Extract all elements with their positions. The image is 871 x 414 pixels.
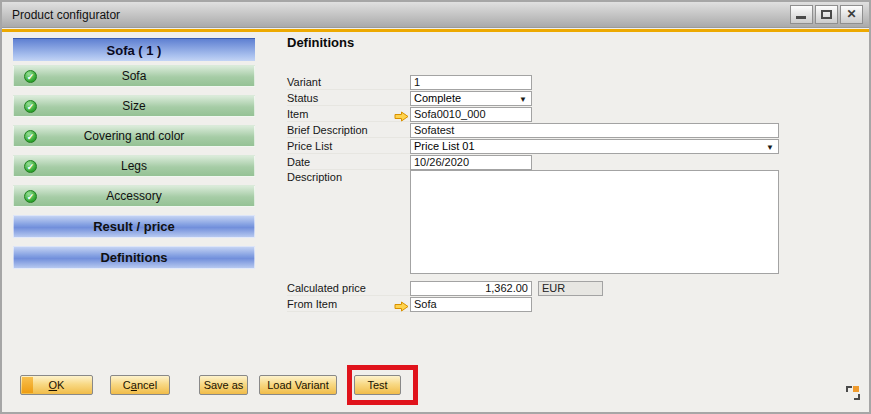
sidebar-item-label: Legs — [121, 159, 147, 173]
variant-field[interactable] — [410, 75, 532, 90]
form-row-calculated-price: Calculated price EUR — [287, 280, 603, 296]
sidebar-header-label: Sofa ( 1 ) — [107, 43, 162, 58]
price-list-select[interactable]: Price List 01 ▼ — [410, 139, 779, 154]
sidebar-item-size[interactable]: ✓ Size — [13, 95, 255, 117]
check-icon: ✓ — [24, 100, 37, 113]
form-row-status: Status Complete ▼ — [287, 90, 532, 106]
title-bar: Product configurator ✕ — [2, 2, 869, 28]
form-row-description: Description — [287, 170, 779, 186]
brief-description-label: Brief Description — [287, 123, 410, 138]
form-row-from-item: From Item — [287, 296, 532, 312]
calculated-price-field[interactable] — [410, 281, 532, 296]
form-row-date: Date — [287, 154, 532, 170]
form-row-brief-description: Brief Description — [287, 122, 779, 138]
save-as-button-label: Save as — [204, 379, 244, 391]
sidebar-item-legs[interactable]: ✓ Legs — [13, 155, 255, 177]
form-row-variant: Variant — [287, 74, 532, 90]
description-field[interactable] — [410, 170, 779, 274]
item-field[interactable] — [410, 107, 532, 122]
sidebar-item-label: Definitions — [100, 250, 167, 265]
chevron-down-icon: ▼ — [519, 95, 527, 104]
date-field[interactable] — [410, 155, 532, 170]
form-row-item: Item — [287, 106, 532, 122]
check-icon: ✓ — [24, 190, 37, 203]
sidebar-item-label: Result / price — [93, 219, 175, 234]
cancel-button-label: C — [123, 379, 131, 391]
sidebar-item-accessory[interactable]: ✓ Accessory — [13, 185, 255, 207]
minimize-icon — [796, 16, 806, 19]
check-icon: ✓ — [24, 160, 37, 173]
load-variant-button[interactable]: Load Variant — [259, 375, 337, 395]
ok-button[interactable]: OK — [20, 375, 93, 395]
from-item-link-arrow-icon[interactable] — [394, 298, 409, 309]
cancel-button[interactable]: Cancel — [110, 375, 170, 395]
from-item-label: From Item — [287, 297, 410, 312]
status-value: Complete — [414, 92, 461, 104]
close-icon: ✕ — [846, 7, 856, 21]
sidebar-item-label: Accessory — [106, 189, 161, 203]
sidebar-item-result-price[interactable]: Result / price — [13, 215, 255, 238]
sidebar-item-sofa[interactable]: ✓ Sofa — [13, 65, 255, 87]
sidebar-item-label: Sofa — [122, 69, 147, 83]
page-title: Definitions — [287, 35, 354, 50]
minimize-button[interactable] — [790, 5, 813, 24]
price-list-value: Price List 01 — [414, 140, 475, 152]
date-label: Date — [287, 155, 410, 170]
sidebar-item-label: Covering and color — [84, 129, 185, 143]
check-icon: ✓ — [24, 130, 37, 143]
price-list-label: Price List — [287, 139, 410, 154]
test-button[interactable]: Test — [354, 375, 401, 395]
item-label: Item — [287, 107, 410, 122]
chevron-down-icon: ▼ — [766, 143, 774, 152]
maximize-icon — [821, 10, 832, 19]
window-title: Product configurator — [12, 2, 120, 28]
item-link-arrow-icon[interactable] — [394, 108, 409, 119]
sidebar-header-sofa[interactable]: Sofa ( 1 ) — [13, 38, 255, 61]
maximize-button[interactable] — [815, 5, 838, 24]
test-button-label: Test — [367, 379, 387, 391]
product-configurator-window: Product configurator ✕ Sofa ( 1 ) ✓ Sofa… — [0, 0, 871, 414]
sidebar-item-covering-and-color[interactable]: ✓ Covering and color — [13, 125, 255, 147]
sidebar-item-label: Size — [122, 99, 145, 113]
from-item-field[interactable] — [410, 297, 532, 312]
status-select[interactable]: Complete ▼ — [410, 91, 532, 106]
default-button-accent — [22, 377, 33, 393]
description-label: Description — [287, 170, 410, 185]
save-as-button[interactable]: Save as — [199, 375, 248, 395]
status-label: Status — [287, 91, 410, 106]
currency-badge: EUR — [538, 281, 603, 296]
close-button[interactable]: ✕ — [840, 5, 863, 24]
check-icon: ✓ — [24, 70, 37, 83]
active-form-accent-bar — [2, 29, 869, 32]
sidebar-item-definitions[interactable]: Definitions — [13, 246, 255, 269]
form-row-price-list: Price List Price List 01 ▼ — [287, 138, 779, 154]
resize-grip-icon[interactable] — [846, 386, 860, 400]
load-variant-button-label: Load Variant — [267, 379, 329, 391]
calculated-price-label: Calculated price — [287, 281, 410, 296]
variant-label: Variant — [287, 75, 410, 90]
brief-description-field[interactable] — [410, 123, 779, 138]
